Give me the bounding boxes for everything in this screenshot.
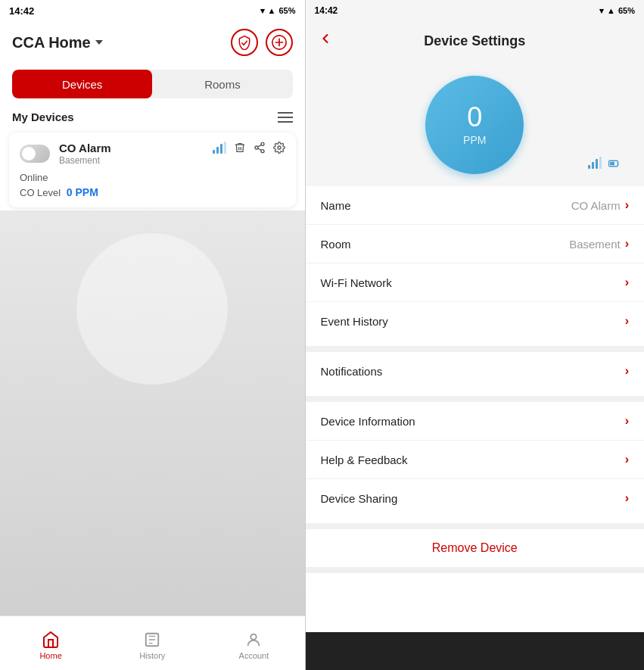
settings-label-help: Help & Feedback bbox=[321, 453, 408, 466]
chevron-right-wifi: › bbox=[625, 276, 629, 289]
settings-label-device-info: Device Information bbox=[321, 415, 415, 428]
gauge-action-icons bbox=[588, 157, 621, 174]
settings-label-name: Name bbox=[321, 199, 351, 212]
chevron-right-device-info: › bbox=[625, 414, 629, 428]
right-battery-icon: 65% bbox=[618, 6, 635, 15]
svg-point-2 bbox=[255, 146, 258, 149]
right-status-bar: 14:42 ▾ ▲ 65% bbox=[306, 0, 644, 21]
home-title-area[interactable]: CCA Home bbox=[12, 34, 103, 51]
shield-button[interactable] bbox=[231, 29, 258, 56]
remove-device-button[interactable]: Remove Device bbox=[306, 529, 644, 567]
settings-row-device-info[interactable]: Device Information › bbox=[306, 402, 644, 441]
device-name: CO Alarm bbox=[59, 142, 111, 154]
home-icon bbox=[42, 630, 60, 650]
top-action-icons bbox=[231, 29, 293, 56]
settings-group-1: Name CO Alarm › Room Basement › Wi-Fi Ne… bbox=[306, 186, 644, 340]
chevron-right-event-history: › bbox=[625, 314, 629, 328]
co-level-label: CO Level bbox=[20, 187, 61, 198]
left-panel: 14:42 ▾ ▲ 65% CCA Home bbox=[0, 0, 305, 670]
right-signal-icon: ▲ bbox=[607, 6, 615, 15]
svg-point-8 bbox=[251, 634, 257, 640]
svg-rect-10 bbox=[610, 162, 614, 166]
device-thumbnail bbox=[20, 145, 50, 163]
battery-icon: 65% bbox=[279, 6, 296, 15]
gauge-battery-icon[interactable] bbox=[608, 157, 621, 174]
left-top-bar: CCA Home bbox=[0, 21, 305, 64]
settings-row-sharing[interactable]: Device Sharing › bbox=[306, 479, 644, 517]
right-time: 14:42 bbox=[315, 5, 338, 16]
nav-account-label: Account bbox=[239, 651, 269, 660]
right-panel: 14:42 ▾ ▲ 65% Device Settings 0 PPM bbox=[306, 0, 644, 670]
svg-point-1 bbox=[261, 142, 264, 145]
svg-line-5 bbox=[257, 145, 261, 147]
left-status-bar: 14:42 ▾ ▲ 65% bbox=[0, 0, 305, 21]
share-icon[interactable] bbox=[254, 142, 266, 157]
bottom-nav: Home History Account bbox=[0, 615, 305, 670]
chevron-right-notifications: › bbox=[625, 364, 629, 378]
chevron-right-sharing: › bbox=[625, 491, 629, 505]
nav-home-label: Home bbox=[39, 651, 61, 660]
settings-label-room: Room bbox=[321, 238, 351, 251]
back-button[interactable] bbox=[318, 31, 342, 51]
tab-devices[interactable]: Devices bbox=[12, 70, 152, 98]
divider-1 bbox=[306, 346, 644, 352]
chevron-right-name: › bbox=[625, 198, 629, 212]
settings-label-wifi: Wi-Fi Network bbox=[321, 276, 392, 289]
plus-icon bbox=[271, 34, 288, 51]
trash-icon[interactable] bbox=[234, 142, 246, 157]
nav-history[interactable]: History bbox=[101, 626, 203, 660]
device-status: Online bbox=[20, 172, 285, 183]
background-image bbox=[0, 210, 305, 615]
tab-rooms[interactable]: Rooms bbox=[152, 70, 292, 98]
gauge-unit: PPM bbox=[463, 134, 486, 146]
account-icon bbox=[245, 631, 262, 648]
left-time: 14:42 bbox=[9, 5, 34, 17]
gear-icon[interactable] bbox=[273, 142, 285, 157]
settings-label-notifications: Notifications bbox=[321, 365, 383, 378]
co-level-row: CO Level 0 PPM bbox=[20, 186, 285, 198]
device-location: Basement bbox=[59, 155, 111, 166]
menu-button[interactable] bbox=[278, 112, 293, 123]
co-level-value: 0 PPM bbox=[67, 186, 98, 198]
settings-row-notifications[interactable]: Notifications › bbox=[306, 352, 644, 390]
settings-row-help[interactable]: Help & Feedback › bbox=[306, 441, 644, 479]
signal-icon: ▲ bbox=[268, 6, 276, 15]
home-chevron-icon bbox=[95, 40, 103, 45]
settings-title: Device Settings bbox=[424, 33, 525, 49]
nav-account[interactable]: Account bbox=[203, 626, 304, 660]
chevron-right-help: › bbox=[625, 453, 629, 466]
settings-value-room: Basement bbox=[569, 238, 621, 251]
gauge-circle: 0 PPM bbox=[425, 76, 524, 174]
settings-row-room[interactable]: Room Basement › bbox=[306, 225, 644, 263]
settings-group-2: Notifications › bbox=[306, 352, 644, 390]
settings-value-name: CO Alarm bbox=[571, 199, 621, 212]
tab-bar: Devices Rooms bbox=[12, 70, 293, 98]
chevron-right-room: › bbox=[625, 237, 629, 251]
svg-line-4 bbox=[257, 148, 261, 151]
gauge-section: 0 PPM bbox=[306, 61, 644, 186]
right-status-icons: ▾ ▲ 65% bbox=[599, 6, 635, 16]
device-info: CO Alarm Basement bbox=[20, 142, 111, 166]
divider-3 bbox=[306, 523, 644, 529]
device-card[interactable]: CO Alarm Basement bbox=[9, 132, 296, 207]
nav-history-label: History bbox=[139, 651, 165, 660]
signal-bars-icon[interactable] bbox=[213, 142, 226, 157]
history-icon bbox=[144, 631, 160, 648]
gauge-signal-icon[interactable] bbox=[588, 157, 602, 174]
add-device-button[interactable] bbox=[266, 29, 293, 56]
right-top-bar: Device Settings bbox=[306, 21, 644, 61]
settings-row-event-history[interactable]: Event History › bbox=[306, 302, 644, 340]
settings-row-name[interactable]: Name CO Alarm › bbox=[306, 186, 644, 225]
my-devices-title: My Devices bbox=[12, 111, 74, 123]
settings-group-3: Device Information › Help & Feedback › D… bbox=[306, 402, 644, 517]
left-status-icons: ▾ ▲ 65% bbox=[260, 6, 296, 16]
svg-point-3 bbox=[261, 150, 264, 153]
bottom-gesture-bar bbox=[306, 632, 644, 670]
nav-home[interactable]: Home bbox=[0, 626, 101, 660]
settings-label-event-history: Event History bbox=[321, 315, 388, 328]
home-title-text: CCA Home bbox=[12, 34, 91, 51]
settings-row-wifi[interactable]: Wi-Fi Network › bbox=[306, 263, 644, 302]
shield-icon bbox=[237, 35, 252, 50]
svg-point-6 bbox=[278, 146, 281, 149]
gauge-value: 0 bbox=[467, 104, 482, 131]
